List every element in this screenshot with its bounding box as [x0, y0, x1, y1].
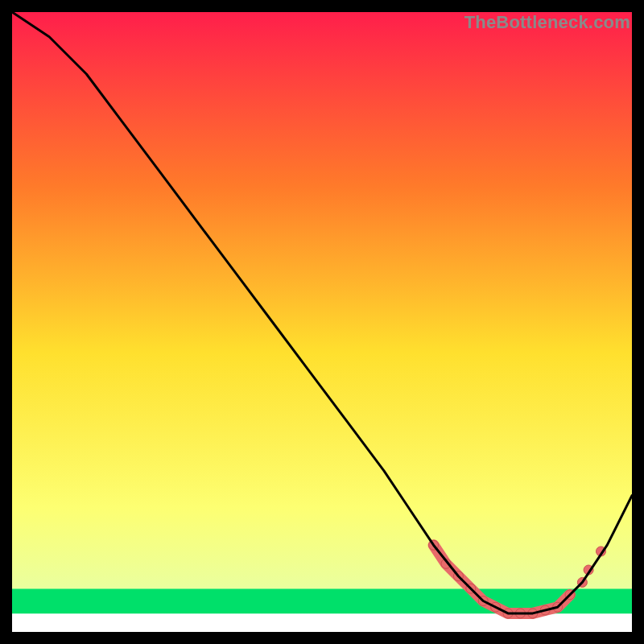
- gradient-background: [12, 12, 632, 632]
- chart-svg: [12, 12, 632, 632]
- watermark-text: TheBottleneck.com: [464, 12, 630, 33]
- chart-frame: TheBottleneck.com: [12, 12, 632, 632]
